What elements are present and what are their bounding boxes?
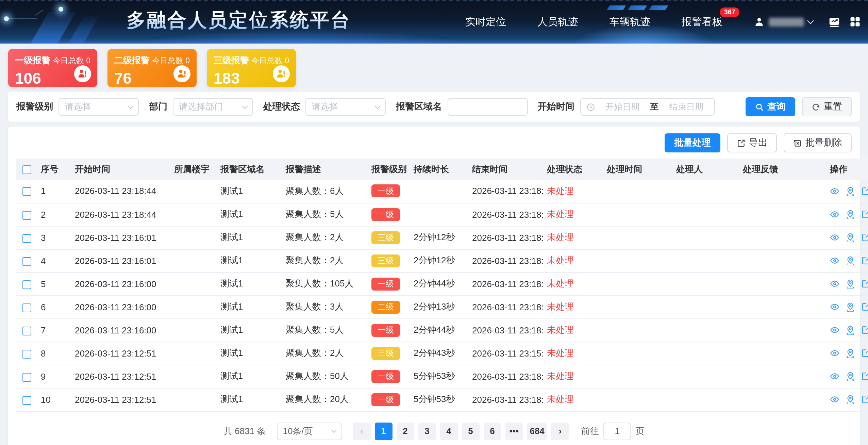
view-icon[interactable] — [830, 325, 839, 335]
edit-icon[interactable] — [861, 210, 868, 219]
locate-icon[interactable] — [846, 279, 855, 289]
filter-area-label: 报警区域名 — [396, 101, 442, 113]
row-checkbox[interactable] — [22, 280, 31, 289]
apps-grid-icon[interactable] — [849, 16, 861, 28]
row-checkbox[interactable] — [22, 326, 31, 335]
page-button-•••[interactable]: ••• — [505, 422, 523, 440]
view-icon[interactable] — [830, 348, 839, 358]
view-icon[interactable] — [830, 279, 839, 289]
edit-icon[interactable] — [861, 279, 868, 289]
view-icon[interactable] — [830, 233, 839, 242]
row-checkbox[interactable] — [22, 396, 31, 405]
cell-processor — [672, 272, 739, 295]
main-nav: 实时定位 人员轨迹 车辆轨迹 报警看板 367 — [465, 0, 861, 44]
card-title: 一级报警 — [15, 54, 50, 67]
user-menu[interactable] — [754, 16, 813, 27]
edit-icon[interactable] — [861, 233, 868, 242]
cell-process-time — [603, 203, 672, 226]
cell-area: 测试1 — [216, 272, 282, 295]
page-size-select[interactable]: 10条/页 — [277, 422, 342, 440]
nav-item-alarm-board[interactable]: 报警看板 367 — [682, 15, 722, 28]
locate-icon[interactable] — [846, 348, 855, 358]
alarm-count-badge: 367 — [720, 7, 739, 17]
edit-icon[interactable] — [861, 302, 868, 312]
export-button[interactable]: 导出 — [727, 133, 777, 152]
prev-page-button[interactable]: ‹ — [353, 422, 370, 440]
level-badge: 一级 — [371, 208, 400, 221]
level-select[interactable]: 请选择 — [59, 98, 139, 116]
nav-item-person-track[interactable]: 人员轨迹 — [537, 15, 578, 28]
level-badge: 一级 — [371, 393, 400, 406]
cell-desc: 聚集人数：105人 — [282, 272, 367, 295]
top-header: 多融合人员定位系统平台 实时定位 人员轨迹 车辆轨迹 报警看板 367 — [0, 0, 868, 44]
end-date-placeholder: 结束日期 — [664, 101, 709, 113]
goto-page-input[interactable] — [604, 422, 631, 440]
cell-status: 未处理 — [543, 249, 603, 272]
view-icon[interactable] — [830, 256, 839, 265]
edit-icon[interactable] — [861, 325, 868, 335]
row-checkbox[interactable] — [22, 187, 31, 196]
monitor-chart-icon[interactable] — [828, 15, 841, 28]
page-button-2[interactable]: 2 — [396, 422, 414, 440]
table-row: 4 2026-03-11 23:16:01 测试1 聚集人数：2人 三级 2分钟… — [16, 249, 868, 272]
chevron-down-icon — [331, 427, 337, 433]
row-checkbox[interactable] — [22, 373, 31, 381]
batch-delete-button[interactable]: 批量删除 — [784, 133, 852, 152]
edit-icon[interactable] — [861, 395, 868, 404]
cell-processor — [672, 295, 739, 318]
view-icon[interactable] — [830, 302, 839, 312]
date-range-picker[interactable]: 开始日期 至 结束日期 — [580, 98, 715, 116]
page-button-3[interactable]: 3 — [418, 422, 436, 440]
batch-process-button[interactable]: 批量处理 — [665, 133, 720, 152]
locate-icon[interactable] — [846, 302, 855, 312]
page-button-1[interactable]: 1 — [374, 422, 392, 440]
edit-icon[interactable] — [861, 256, 868, 265]
chevron-down-icon — [242, 103, 248, 109]
row-actions — [830, 210, 864, 219]
reset-button[interactable]: 重置 — [802, 97, 852, 116]
cell-level: 一级 — [367, 203, 410, 226]
row-checkbox[interactable] — [22, 234, 31, 243]
view-icon[interactable] — [830, 395, 839, 404]
cell-area: 测试1 — [216, 249, 282, 272]
cell-end-time: 2026-03-11 23:18:44 — [468, 180, 543, 203]
goto-page: 前往 页 — [581, 422, 645, 440]
row-checkbox[interactable] — [22, 211, 31, 219]
level-badge: 三级 — [371, 231, 400, 244]
locate-icon[interactable] — [846, 325, 855, 335]
page-button-5[interactable]: 5 — [462, 422, 479, 440]
cell-end-time: 2026-03-11 23:18:13 — [468, 226, 543, 249]
edit-icon[interactable] — [861, 372, 868, 381]
nav-item-vehicle-track[interactable]: 车辆轨迹 — [610, 15, 650, 28]
view-icon[interactable] — [830, 210, 839, 219]
row-checkbox[interactable] — [22, 303, 31, 312]
nav-item-realtime[interactable]: 实时定位 — [465, 15, 506, 28]
page-button-6[interactable]: 6 — [483, 422, 501, 440]
page-button-684[interactable]: 684 — [527, 422, 547, 440]
locate-icon[interactable] — [846, 395, 855, 404]
locate-icon[interactable] — [846, 186, 855, 196]
table-row: 1 2026-03-11 23:18:44 测试1 聚集人数：6人 一级 202… — [16, 180, 868, 203]
locate-icon[interactable] — [846, 233, 855, 242]
select-all-checkbox[interactable] — [22, 165, 31, 174]
locate-icon[interactable] — [846, 256, 855, 265]
cell-desc: 聚集人数：2人 — [282, 342, 367, 365]
page-button-4[interactable]: 4 — [440, 422, 457, 440]
status-select[interactable]: 请选择 — [305, 98, 386, 116]
view-icon[interactable] — [830, 372, 839, 381]
next-page-button[interactable]: › — [551, 422, 569, 440]
clock-icon — [586, 102, 595, 111]
locate-icon[interactable] — [846, 372, 855, 381]
locate-icon[interactable] — [846, 210, 855, 219]
area-name-input[interactable] — [447, 98, 528, 116]
department-select[interactable]: 请选择部门 — [173, 98, 253, 116]
edit-icon[interactable] — [861, 348, 868, 358]
row-checkbox[interactable] — [22, 257, 31, 266]
view-icon[interactable] — [830, 186, 839, 196]
cell-end-time: 2026-03-11 23:18:44 — [468, 318, 543, 342]
cell-level: 二级 — [367, 295, 410, 318]
edit-icon[interactable] — [861, 186, 868, 196]
cell-desc: 聚集人数：6人 — [282, 180, 367, 203]
search-button[interactable]: 查询 — [746, 97, 795, 116]
row-checkbox[interactable] — [22, 349, 31, 358]
